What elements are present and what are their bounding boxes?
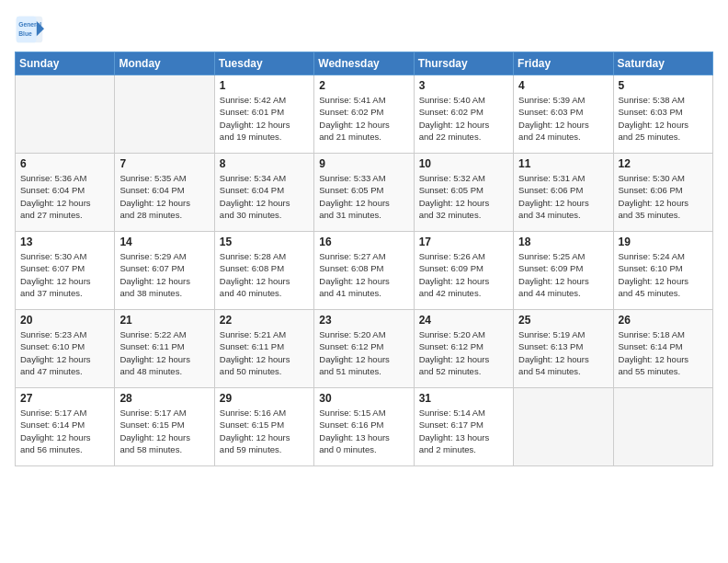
calendar-cell: 23Sunrise: 5:20 AM Sunset: 6:12 PM Dayli…	[314, 310, 414, 388]
day-number: 27	[20, 392, 109, 405]
day-number: 15	[220, 236, 309, 248]
day-info: Sunrise: 5:40 AM Sunset: 6:02 PM Dayligh…	[419, 94, 508, 143]
day-info: Sunrise: 5:20 AM Sunset: 6:12 PM Dayligh…	[319, 328, 408, 377]
day-number: 13	[20, 236, 109, 248]
calendar-cell: 14Sunrise: 5:29 AM Sunset: 6:07 PM Dayli…	[115, 232, 214, 310]
day-number: 14	[119, 236, 209, 248]
calendar-cell	[514, 388, 613, 466]
day-number: 28	[119, 392, 209, 405]
day-info: Sunrise: 5:25 AM Sunset: 6:09 PM Dayligh…	[518, 250, 608, 299]
calendar-cell: 7Sunrise: 5:35 AM Sunset: 6:04 PM Daylig…	[115, 154, 214, 232]
calendar-cell: 28Sunrise: 5:17 AM Sunset: 6:15 PM Dayli…	[115, 388, 214, 466]
day-info: Sunrise: 5:32 AM Sunset: 6:05 PM Dayligh…	[419, 172, 508, 221]
day-info: Sunrise: 5:21 AM Sunset: 6:11 PM Dayligh…	[220, 328, 309, 377]
calendar-header: SundayMondayTuesdayWednesdayThursdayFrid…	[16, 52, 713, 75]
calendar-cell: 11Sunrise: 5:31 AM Sunset: 6:06 PM Dayli…	[514, 154, 613, 232]
day-info: Sunrise: 5:35 AM Sunset: 6:04 PM Dayligh…	[119, 172, 209, 221]
day-info: Sunrise: 5:29 AM Sunset: 6:07 PM Dayligh…	[119, 250, 209, 299]
calendar-cell: 9Sunrise: 5:33 AM Sunset: 6:05 PM Daylig…	[314, 154, 414, 232]
day-info: Sunrise: 5:22 AM Sunset: 6:11 PM Dayligh…	[119, 328, 209, 377]
calendar-cell: 12Sunrise: 5:30 AM Sunset: 6:06 PM Dayli…	[613, 154, 712, 232]
svg-text:General: General	[18, 21, 41, 28]
calendar-cell: 25Sunrise: 5:19 AM Sunset: 6:13 PM Dayli…	[514, 310, 613, 388]
calendar-cell: 21Sunrise: 5:22 AM Sunset: 6:11 PM Dayli…	[115, 310, 214, 388]
day-info: Sunrise: 5:17 AM Sunset: 6:14 PM Dayligh…	[20, 407, 109, 455]
day-number: 6	[20, 157, 109, 170]
day-number: 12	[619, 157, 708, 170]
calendar-cell: 8Sunrise: 5:34 AM Sunset: 6:04 PM Daylig…	[214, 154, 313, 232]
logo: General Blue	[15, 15, 48, 44]
calendar-cell: 27Sunrise: 5:17 AM Sunset: 6:14 PM Dayli…	[16, 388, 115, 466]
day-info: Sunrise: 5:18 AM Sunset: 6:14 PM Dayligh…	[619, 328, 708, 377]
day-number: 1	[220, 79, 309, 92]
svg-text:Blue: Blue	[18, 30, 32, 37]
calendar-week-row: 20Sunrise: 5:23 AM Sunset: 6:10 PM Dayli…	[16, 310, 713, 388]
day-number: 22	[220, 314, 309, 327]
weekday-header: Tuesday	[214, 52, 313, 75]
calendar-cell	[16, 75, 115, 154]
day-info: Sunrise: 5:30 AM Sunset: 6:07 PM Dayligh…	[20, 250, 109, 299]
calendar-cell: 15Sunrise: 5:28 AM Sunset: 6:08 PM Dayli…	[214, 232, 313, 310]
weekday-header: Friday	[514, 52, 613, 75]
calendar-cell: 4Sunrise: 5:39 AM Sunset: 6:03 PM Daylig…	[514, 75, 613, 154]
calendar-cell: 5Sunrise: 5:38 AM Sunset: 6:03 PM Daylig…	[613, 75, 712, 154]
day-info: Sunrise: 5:28 AM Sunset: 6:08 PM Dayligh…	[220, 250, 309, 299]
day-info: Sunrise: 5:38 AM Sunset: 6:03 PM Dayligh…	[619, 94, 708, 143]
day-info: Sunrise: 5:41 AM Sunset: 6:02 PM Dayligh…	[319, 94, 408, 143]
day-number: 16	[319, 236, 408, 248]
day-info: Sunrise: 5:20 AM Sunset: 6:12 PM Dayligh…	[419, 328, 508, 377]
calendar-week-row: 1Sunrise: 5:42 AM Sunset: 6:01 PM Daylig…	[16, 75, 713, 154]
calendar-week-row: 6Sunrise: 5:36 AM Sunset: 6:04 PM Daylig…	[16, 154, 713, 232]
day-number: 19	[619, 236, 708, 248]
day-number: 18	[518, 236, 608, 248]
day-number: 9	[319, 157, 408, 170]
day-number: 25	[518, 314, 608, 327]
calendar-cell: 24Sunrise: 5:20 AM Sunset: 6:12 PM Dayli…	[414, 310, 513, 388]
day-info: Sunrise: 5:14 AM Sunset: 6:17 PM Dayligh…	[419, 407, 508, 455]
page-header: General Blue	[15, 15, 713, 44]
day-info: Sunrise: 5:31 AM Sunset: 6:06 PM Dayligh…	[518, 172, 608, 221]
calendar-cell	[115, 75, 214, 154]
day-number: 23	[319, 314, 408, 327]
calendar-cell: 6Sunrise: 5:36 AM Sunset: 6:04 PM Daylig…	[16, 154, 115, 232]
calendar-cell: 29Sunrise: 5:16 AM Sunset: 6:15 PM Dayli…	[214, 388, 313, 466]
day-number: 5	[619, 79, 708, 92]
day-info: Sunrise: 5:34 AM Sunset: 6:04 PM Dayligh…	[220, 172, 309, 221]
day-number: 4	[518, 79, 608, 92]
day-number: 21	[119, 314, 209, 327]
day-number: 31	[419, 392, 508, 405]
day-number: 29	[220, 392, 309, 405]
day-number: 24	[419, 314, 508, 327]
calendar-week-row: 27Sunrise: 5:17 AM Sunset: 6:14 PM Dayli…	[16, 388, 713, 466]
weekday-header: Thursday	[414, 52, 513, 75]
day-info: Sunrise: 5:16 AM Sunset: 6:15 PM Dayligh…	[220, 407, 309, 455]
day-info: Sunrise: 5:26 AM Sunset: 6:09 PM Dayligh…	[419, 250, 508, 299]
weekday-header: Wednesday	[314, 52, 414, 75]
day-number: 10	[419, 157, 508, 170]
day-number: 26	[619, 314, 708, 327]
logo-icon: General Blue	[15, 15, 44, 44]
calendar-cell: 18Sunrise: 5:25 AM Sunset: 6:09 PM Dayli…	[514, 232, 613, 310]
day-info: Sunrise: 5:23 AM Sunset: 6:10 PM Dayligh…	[20, 328, 109, 377]
day-info: Sunrise: 5:19 AM Sunset: 6:13 PM Dayligh…	[518, 328, 608, 377]
calendar-cell: 17Sunrise: 5:26 AM Sunset: 6:09 PM Dayli…	[414, 232, 513, 310]
calendar-cell: 30Sunrise: 5:15 AM Sunset: 6:16 PM Dayli…	[314, 388, 414, 466]
day-info: Sunrise: 5:36 AM Sunset: 6:04 PM Dayligh…	[20, 172, 109, 221]
calendar-cell: 16Sunrise: 5:27 AM Sunset: 6:08 PM Dayli…	[314, 232, 414, 310]
day-info: Sunrise: 5:24 AM Sunset: 6:10 PM Dayligh…	[619, 250, 708, 299]
calendar-cell: 1Sunrise: 5:42 AM Sunset: 6:01 PM Daylig…	[214, 75, 313, 154]
day-number: 7	[119, 157, 209, 170]
day-number: 3	[419, 79, 508, 92]
day-info: Sunrise: 5:39 AM Sunset: 6:03 PM Dayligh…	[518, 94, 608, 143]
day-info: Sunrise: 5:33 AM Sunset: 6:05 PM Dayligh…	[319, 172, 408, 221]
calendar-cell: 2Sunrise: 5:41 AM Sunset: 6:02 PM Daylig…	[314, 75, 414, 154]
day-info: Sunrise: 5:42 AM Sunset: 6:01 PM Dayligh…	[220, 94, 309, 143]
weekday-header: Sunday	[16, 52, 115, 75]
calendar-cell: 20Sunrise: 5:23 AM Sunset: 6:10 PM Dayli…	[16, 310, 115, 388]
day-info: Sunrise: 5:15 AM Sunset: 6:16 PM Dayligh…	[319, 407, 408, 455]
calendar-cell: 3Sunrise: 5:40 AM Sunset: 6:02 PM Daylig…	[414, 75, 513, 154]
calendar-cell: 13Sunrise: 5:30 AM Sunset: 6:07 PM Dayli…	[16, 232, 115, 310]
weekday-header: Saturday	[613, 52, 712, 75]
calendar-week-row: 13Sunrise: 5:30 AM Sunset: 6:07 PM Dayli…	[16, 232, 713, 310]
calendar-table: SundayMondayTuesdayWednesdayThursdayFrid…	[15, 52, 713, 466]
